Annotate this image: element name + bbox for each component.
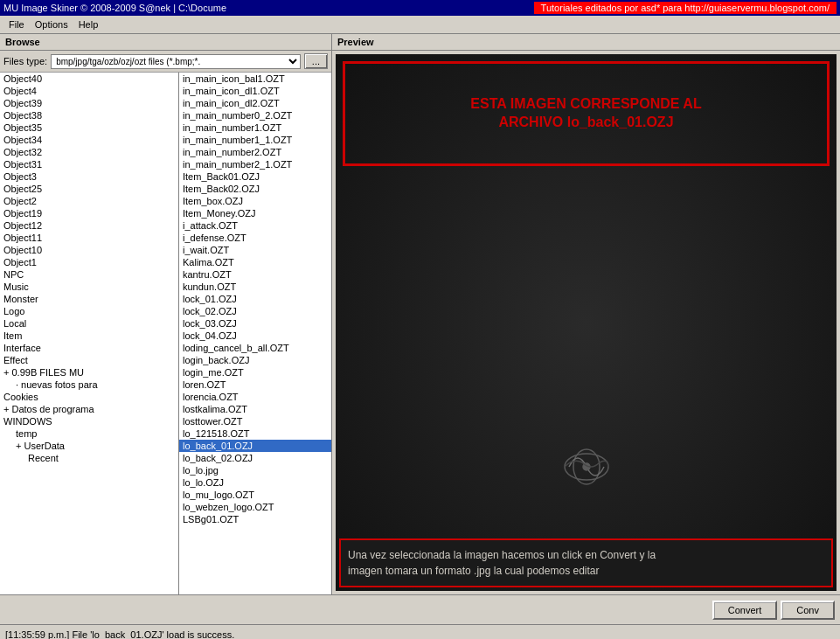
browse-label: Browse [0, 34, 331, 51]
files-type-label: Files type: [3, 56, 47, 66]
list-item[interactable]: i_defense.OZT [179, 232, 331, 244]
list-item[interactable]: Item_Back02.OZJ [179, 183, 331, 195]
tree-item[interactable]: Music [0, 281, 178, 293]
tree-item[interactable]: Item [0, 330, 178, 342]
tutorial-banner: Tutoriales editados por asd* para http:/… [534, 2, 837, 14]
list-item[interactable]: in_main_number0_2.OZT [179, 109, 331, 122]
convert-button[interactable]: Convert [712, 601, 778, 620]
tree-item[interactable]: Object39 [0, 97, 178, 109]
title-bar: MU Image Skiner © 2008-2009 S@nek | C:\D… [0, 0, 840, 16]
menu-options[interactable]: Options [30, 17, 73, 31]
list-item[interactable]: in_main_icon_dl2.OZT [179, 97, 331, 109]
status-bar: [11:35:59 p.m.] File 'lo_back_01.OZJ' lo… [0, 624, 840, 639]
tree-item[interactable]: Object4 [0, 85, 178, 97]
tree-item[interactable]: Object10 [0, 244, 178, 256]
tree-item[interactable]: Object2 [0, 195, 178, 207]
info-box-text: Una vez seleccionada la imagen hacemos u… [348, 547, 824, 579]
menu-file[interactable]: File [3, 17, 30, 31]
tree-item[interactable]: · nuevas fotos para [0, 379, 178, 391]
tree-item[interactable]: Object3 [0, 170, 178, 183]
right-panel: Preview ESTA IMAGEN CORRESPONDE ALARCHIV… [332, 34, 840, 594]
list-item[interactable]: losttower.OZT [179, 415, 331, 427]
tree-item[interactable]: + UserData [0, 440, 178, 452]
tree-item[interactable]: Monster [0, 293, 178, 305]
files-type-select[interactable]: bmp/jpg/tga/ozb/ozj/ozt files (*.bmp;*. [51, 54, 301, 69]
preview-label: Preview [332, 34, 840, 51]
tree-item[interactable]: Recent [0, 452, 178, 464]
list-item[interactable]: lo_121518.OZT [179, 427, 331, 440]
list-item[interactable]: lo_back_01.OZJ [179, 440, 331, 452]
browse-button[interactable]: ... [304, 53, 328, 69]
list-item[interactable]: lo_mu_logo.OZT [179, 489, 331, 501]
tree-item[interactable]: Object1 [0, 256, 178, 268]
list-item[interactable]: Item_Back01.OZJ [179, 170, 331, 183]
list-item[interactable]: lorencia.OZT [179, 391, 331, 403]
tree-item[interactable]: Object31 [0, 158, 178, 170]
list-item[interactable]: in_main_number2.OZT [179, 146, 331, 158]
list-item[interactable]: lo_lo.OZJ [179, 476, 331, 489]
preview-overlay-text: ESTA IMAGEN CORRESPONDE ALARCHIVO lo_bac… [463, 88, 708, 139]
file-area: Object40Object4Object39Object38Object35O… [0, 73, 331, 594]
tree-item[interactable]: NPC [0, 268, 178, 281]
tree-item[interactable]: Interface [0, 342, 178, 354]
tree-item[interactable]: Object40 [0, 73, 178, 85]
list-item[interactable]: lo_back_02.OZJ [179, 452, 331, 464]
list-item[interactable]: Kalima.OZT [179, 256, 331, 268]
list-item[interactable]: loding_cancel_b_all.OZT [179, 342, 331, 354]
list-item[interactable]: lo_lo.jpg [179, 464, 331, 476]
list-item[interactable]: in_main_icon_bal1.OZT [179, 73, 331, 85]
tree-item[interactable]: Object19 [0, 207, 178, 219]
list-item[interactable]: login_back.OZJ [179, 354, 331, 366]
preview-area: ESTA IMAGEN CORRESPONDE ALARCHIVO lo_bac… [336, 54, 837, 591]
list-item[interactable]: lostkalima.OZT [179, 403, 331, 415]
tree-item[interactable]: Object35 [0, 122, 178, 134]
preview-decorative-icon [552, 441, 621, 495]
tree-item[interactable]: temp [0, 427, 178, 440]
bottom-bar: Convert Conv [0, 594, 840, 624]
menu-bar: File Options Help [0, 16, 840, 34]
list-item[interactable]: in_main_number1.OZT [179, 122, 331, 134]
list-item[interactable]: kantru.OZT [179, 268, 331, 281]
list-item[interactable]: Item_box.OZJ [179, 195, 331, 207]
info-box: Una vez seleccionada la imagen hacemos u… [339, 538, 833, 587]
tree-item[interactable]: + Datos de programa [0, 403, 178, 415]
tree-item[interactable]: Object25 [0, 183, 178, 195]
list-item[interactable]: i_wait.OZT [179, 244, 331, 256]
tree-item[interactable]: Object38 [0, 109, 178, 122]
list-item[interactable]: lo_webzen_logo.OZT [179, 501, 331, 513]
list-item[interactable]: loren.OZT [179, 379, 331, 391]
tree-item[interactable]: Object12 [0, 219, 178, 232]
tree-panel: Object40Object4Object39Object38Object35O… [0, 73, 179, 594]
list-item[interactable]: lock_04.OZJ [179, 330, 331, 342]
list-item[interactable]: lock_03.OZJ [179, 317, 331, 330]
list-item[interactable]: kundun.OZT [179, 281, 331, 293]
left-panel: Browse Files type: bmp/jpg/tga/ozb/ozj/o… [0, 34, 332, 594]
files-type-row: Files type: bmp/jpg/tga/ozb/ozj/ozt file… [0, 51, 331, 73]
list-item[interactable]: Item_Money.OZJ [179, 207, 331, 219]
list-item[interactable]: i_attack.OZT [179, 219, 331, 232]
tree-item[interactable]: Local [0, 317, 178, 330]
list-item[interactable]: in_main_number1_1.OZT [179, 134, 331, 146]
list-item[interactable]: login_me.OZT [179, 366, 331, 379]
list-item[interactable]: in_main_number2_1.OZT [179, 158, 331, 170]
menu-help[interactable]: Help [73, 17, 104, 31]
preview-overlay-border: ESTA IMAGEN CORRESPONDE ALARCHIVO lo_bac… [343, 61, 830, 166]
list-item[interactable]: lock_01.OZJ [179, 293, 331, 305]
tree-item[interactable]: Object34 [0, 134, 178, 146]
tree-item[interactable]: Object32 [0, 146, 178, 158]
convert2-button[interactable]: Conv [781, 601, 835, 620]
file-list-panel: in_main_icon_bal1.OZTin_main_icon_dl1.OZ… [179, 73, 331, 594]
tree-item[interactable]: Cookies [0, 391, 178, 403]
main-area: Browse Files type: bmp/jpg/tga/ozb/ozj/o… [0, 34, 840, 594]
tree-item[interactable]: Effect [0, 354, 178, 366]
status-text: [11:35:59 p.m.] File 'lo_back_01.OZJ' lo… [5, 629, 234, 640]
tree-item[interactable]: Logo [0, 305, 178, 317]
tree-item[interactable]: Object11 [0, 232, 178, 244]
app-title: MU Image Skiner © 2008-2009 S@nek | C:\D… [3, 3, 226, 13]
list-item[interactable]: in_main_icon_dl1.OZT [179, 85, 331, 97]
tree-item[interactable]: + 0.99B FILES MU [0, 366, 178, 379]
list-item[interactable]: lock_02.OZJ [179, 305, 331, 317]
tree-item[interactable]: WINDOWS [0, 415, 178, 427]
list-item[interactable]: LSBg01.OZT [179, 513, 331, 525]
